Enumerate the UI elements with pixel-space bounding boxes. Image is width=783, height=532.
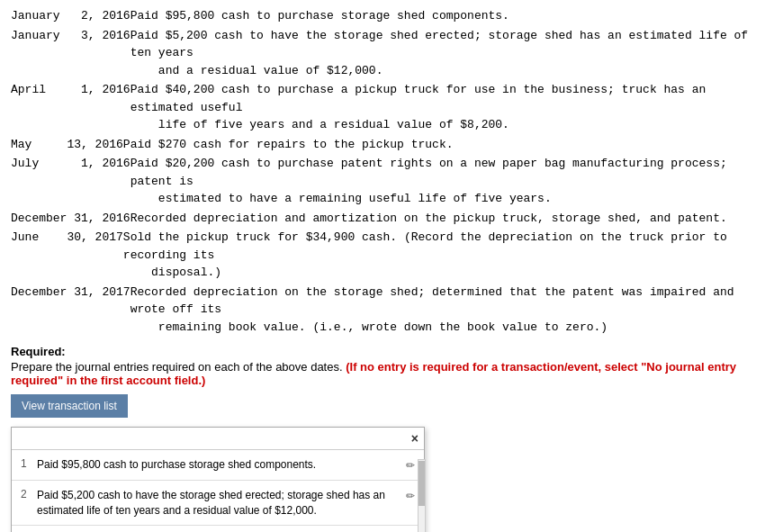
date-apr1: April 1, 2016 (11, 81, 130, 134)
transaction-row-1: January 2, 2016 Paid $95,800 cash to pur… (11, 7, 772, 25)
main-content: January 2, 2016 Paid $95,800 cash to pur… (0, 0, 783, 532)
desc-dec31-2016: Recorded depreciation and amortization o… (130, 210, 772, 228)
transaction-row-5: July 1, 2016 Paid $20,200 cash to purcha… (11, 155, 772, 208)
desc-jan2: Paid $95,800 cash to purchase storage sh… (130, 7, 772, 25)
edit-icon-2[interactable]: ✏ (406, 488, 415, 502)
desc-jun30-2017: Sold the pickup truck for $34,900 cash. … (123, 229, 772, 282)
transaction-row-8: December 31, 2017 Recorded depreciation … (11, 284, 772, 337)
transaction-row-3: April 1, 2016 Paid $40,200 cash to purch… (11, 81, 772, 134)
date-jul1: July 1, 2016 (11, 155, 130, 208)
item-num-2: 2 (21, 488, 37, 500)
desc-jan3: Paid $5,200 cash to have the storage she… (130, 27, 772, 80)
required-section: Required: Prepare the journal entries re… (11, 345, 772, 387)
popup-area: × 1 Paid $95,800 cash to purchase storag… (11, 427, 772, 532)
desc-apr1: Paid $40,200 cash to purchase a pickup t… (130, 81, 772, 134)
desc-dec31-2017: Recorded depreciation on the storage she… (130, 284, 772, 337)
date-jan3: January 3, 2016 (11, 27, 130, 80)
edit-icon-1[interactable]: ✏ (406, 457, 415, 472)
item-text-2: Paid $5,200 cash to have the storage she… (37, 488, 399, 518)
required-instructions: Prepare the journal entries required on … (11, 360, 772, 387)
list-item: 3 Paid $40,200 cash to purchase a pickup… (12, 526, 424, 532)
scrollbar-track (418, 459, 426, 532)
desc-may13: Paid $270 cash for repairs to the pickup… (123, 136, 772, 154)
transaction-row-4: May 13, 2016 Paid $270 cash for repairs … (11, 136, 772, 154)
item-text-1: Paid $95,800 cash to purchase storage sh… (37, 457, 399, 473)
popup-list: 1 Paid $95,800 cash to purchase storage … (12, 450, 424, 532)
transaction-row-7: June 30, 2017 Sold the pickup truck for … (11, 229, 772, 282)
close-button[interactable]: × (411, 431, 418, 446)
date-jun30-2017: June 30, 2017 (11, 229, 123, 282)
transaction-row-6: December 31, 2016 Recorded depreciation … (11, 210, 772, 228)
transaction-text-block: January 2, 2016 Paid $95,800 cash to pur… (11, 7, 772, 336)
transaction-row-2: January 3, 2016 Paid $5,200 cash to have… (11, 27, 772, 80)
desc-jul1: Paid $20,200 cash to purchase patent rig… (130, 155, 772, 208)
list-item: 2 Paid $5,200 cash to have the storage s… (12, 481, 424, 527)
date-may13: May 13, 2016 (11, 136, 123, 154)
item-num-1: 1 (21, 457, 37, 470)
required-label: Required: (11, 345, 772, 358)
view-transaction-list-button[interactable]: View transaction list (11, 394, 128, 418)
date-jan2: January 2, 2016 (11, 7, 130, 25)
transaction-popup: × 1 Paid $95,800 cash to purchase storag… (11, 427, 425, 532)
scrollbar-thumb[interactable] (418, 461, 425, 506)
list-item: 1 Paid $95,800 cash to purchase storage … (12, 450, 424, 481)
date-dec31-2016: December 31, 2016 (11, 210, 130, 228)
date-dec31-2017: December 31, 2017 (11, 284, 130, 337)
popup-header: × (12, 428, 424, 450)
